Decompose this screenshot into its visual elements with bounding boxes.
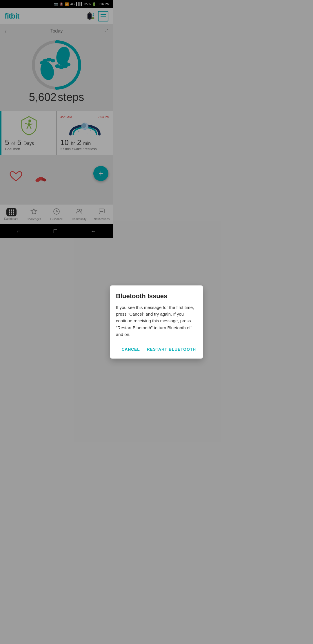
dialog-overlay: Bluetooth Issues If you see this message… xyxy=(0,0,113,238)
